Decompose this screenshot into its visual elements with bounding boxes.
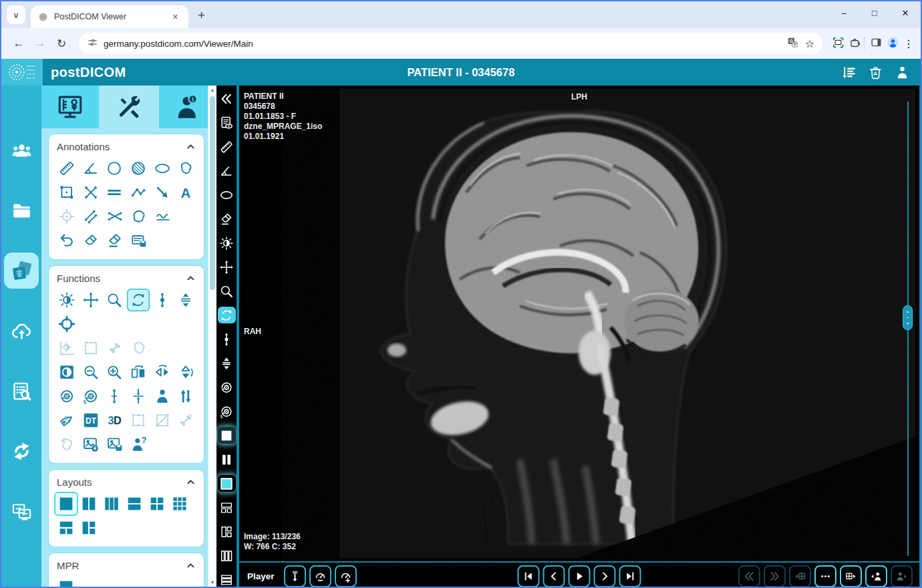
volume-3d-button[interactable] (103, 409, 126, 432)
crossed-angle-tool[interactable] (104, 205, 126, 228)
mirror-vertical-button[interactable] (174, 361, 197, 384)
more-options-button[interactable] (814, 565, 836, 587)
cross-lines-tool[interactable] (80, 181, 102, 204)
new-tab-button[interactable]: + (198, 8, 205, 23)
freehand-tool[interactable] (174, 157, 197, 180)
reset-rotation-button[interactable] (55, 385, 78, 408)
screenshot-button[interactable] (832, 36, 844, 51)
close-button[interactable]: ✕ (890, 1, 921, 24)
account-button[interactable] (893, 63, 911, 82)
undo-annotation-button[interactable] (55, 229, 78, 252)
zoom-tool[interactable] (103, 289, 126, 311)
pause-button[interactable] (218, 451, 236, 468)
window-level-tool[interactable] (55, 289, 78, 311)
site-settings-button[interactable] (87, 37, 98, 51)
play-button[interactable] (569, 565, 591, 587)
patients-nav-button[interactable] (4, 132, 39, 168)
previous-patient-button[interactable] (865, 565, 887, 587)
app-logo[interactable]: 10101010111101000110 (1, 59, 43, 86)
pan-tool[interactable] (80, 289, 102, 311)
angle-tool[interactable] (80, 157, 102, 180)
angle-tool[interactable] (218, 162, 236, 179)
scroll-tool[interactable] (151, 289, 174, 311)
blob-roi-tool[interactable] (128, 205, 150, 228)
tab-search-button[interactable]: ∨ (7, 5, 25, 24)
cobb-angle-tool[interactable] (80, 205, 102, 228)
zoom-in-button[interactable] (103, 361, 126, 384)
browser-tab[interactable]: PostDICOM Viewer ✕ (31, 5, 188, 28)
viewer-nav-button[interactable] (4, 253, 39, 289)
anonymize-button[interactable] (128, 433, 150, 456)
previous-image-button[interactable] (543, 565, 565, 587)
layout-1left-2right[interactable] (78, 517, 100, 539)
localizer-tool[interactable] (55, 313, 78, 335)
scroll-tool[interactable] (218, 331, 236, 347)
layouts-header[interactable]: Layouts (55, 475, 197, 492)
tab-tools[interactable] (100, 86, 158, 128)
translate-button[interactable] (787, 37, 798, 51)
image-viewport[interactable]: PATIENT II 0345678 01.01.1853 - F dzne_M… (239, 86, 919, 561)
annotations-header[interactable]: Annotations (55, 140, 197, 156)
current-layout-button[interactable] (218, 427, 236, 444)
rect-roi-tool[interactable] (55, 181, 78, 204)
layout-1x2[interactable] (78, 493, 100, 514)
ellipse-tool[interactable] (218, 186, 236, 203)
zoom-out-button[interactable] (80, 361, 102, 384)
window-level-tool[interactable] (218, 235, 236, 251)
maximize-button[interactable]: □ (859, 1, 890, 24)
reload-button[interactable]: ↻ (51, 33, 72, 54)
profile-button[interactable] (887, 36, 899, 51)
next-series-button[interactable] (840, 565, 862, 587)
fit-height-button[interactable] (103, 385, 126, 408)
delete-button[interactable] (866, 63, 885, 82)
speed-up-button[interactable] (335, 565, 357, 587)
layout-2x1[interactable] (124, 493, 145, 514)
scroll-down-icon[interactable]: ▼ (208, 580, 216, 585)
zoom-tool[interactable] (218, 283, 236, 299)
next-image-button[interactable] (594, 565, 616, 587)
functions-header[interactable]: Functions (55, 271, 197, 288)
text-tool[interactable] (174, 181, 197, 204)
dicom-tags-button[interactable] (80, 409, 102, 432)
erase-annotation-button[interactable] (80, 229, 102, 252)
export-image-button[interactable] (80, 433, 102, 456)
reset-rotation-button[interactable] (218, 379, 236, 396)
image-scroll-handle[interactable]: ▴ • ▾ (903, 305, 913, 330)
report-button[interactable] (218, 114, 236, 131)
spline-tool[interactable] (152, 205, 174, 228)
back-button[interactable]: ← (8, 33, 29, 54)
mpr-header[interactable]: MPR (55, 559, 197, 575)
bookmark-button[interactable]: ☆ (805, 37, 814, 50)
auto-rotate-button[interactable] (80, 385, 102, 408)
erase-all-button[interactable] (104, 229, 126, 252)
filled-circle-tool[interactable] (127, 157, 150, 180)
layout-rows-button[interactable] (218, 571, 236, 587)
sort-series-button[interactable] (839, 63, 858, 82)
side-panel-button[interactable] (870, 36, 883, 51)
panel-scrollbar[interactable]: ▲ ▼ (208, 86, 216, 587)
layout-1x3-button[interactable] (218, 547, 236, 564)
url-text[interactable]: germany.postdicom.com/Viewer/Main (104, 39, 782, 49)
arrow-tool[interactable] (151, 181, 174, 204)
active-viewport-button[interactable] (218, 475, 236, 492)
parallel-lines-tool[interactable] (103, 181, 126, 204)
rotate-tool[interactable] (218, 307, 236, 323)
scrollbar-thumb[interactable] (210, 96, 215, 290)
upload-nav-button[interactable] (4, 313, 39, 349)
rotate-tool[interactable] (127, 289, 150, 311)
ellipse-tool[interactable] (151, 157, 174, 180)
first-image-button[interactable] (518, 565, 540, 587)
play-direction-button[interactable] (284, 565, 306, 587)
mirror-horizontal-button[interactable] (151, 361, 174, 384)
layout-1x3[interactable] (101, 493, 122, 514)
auto-rotate-button[interactable] (218, 403, 236, 420)
worklist-nav-button[interactable] (4, 373, 39, 409)
layout-3x3[interactable] (169, 493, 190, 514)
patient-orientation-button[interactable] (151, 385, 174, 408)
save-image-button[interactable] (104, 433, 126, 456)
save-annotation-button[interactable] (128, 229, 150, 252)
folders-nav-button[interactable] (4, 192, 39, 229)
polyline-tool[interactable] (127, 181, 150, 204)
swap-order-button[interactable] (174, 385, 197, 408)
flip-horizontal-button[interactable] (127, 361, 150, 384)
